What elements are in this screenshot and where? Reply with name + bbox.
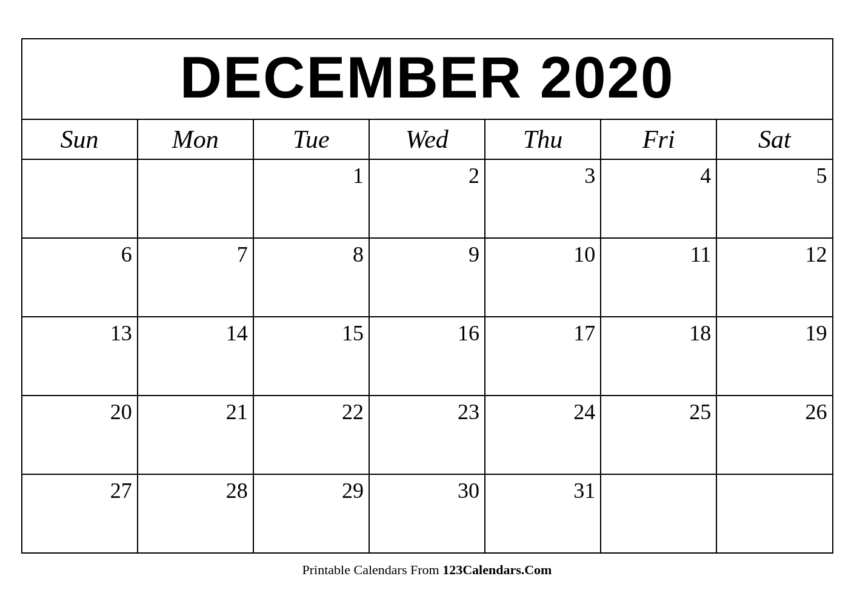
calendar-day-cell: 3 [485,159,601,238]
day-header-sun: Sun [22,119,138,159]
calendar-day-cell: 17 [485,317,601,396]
calendar-footer: Printable Calendars From 123Calendars.Co… [21,562,833,578]
calendar-day-cell: 20 [22,396,138,474]
calendar-day-cell: 5 [716,159,832,238]
days-header-row: SunMonTueWedThuFriSat [22,119,833,159]
calendar-day-cell: 6 [22,238,138,317]
calendar-title: DECEMBER 2020 [21,38,833,119]
calendar-day-cell: 23 [369,396,485,474]
day-header-mon: Mon [138,119,253,159]
calendar-week-4: 20212223242526 [22,396,833,474]
calendar-table: SunMonTueWedThuFriSat 123456789101112131… [21,119,833,554]
calendar-day-cell [716,474,832,553]
calendar-week-2: 6789101112 [22,238,833,317]
calendar-day-cell: 25 [601,396,716,474]
calendar-day-cell: 13 [22,317,138,396]
calendar-day-cell: 16 [369,317,485,396]
footer-brand: 123Calendars.Com [442,562,552,577]
calendar-day-cell: 22 [253,396,369,474]
day-header-sat: Sat [716,119,832,159]
calendar-day-cell: 11 [601,238,716,317]
calendar-day-cell [138,159,253,238]
day-header-thu: Thu [485,119,601,159]
calendar-day-cell: 14 [138,317,253,396]
calendar-week-3: 13141516171819 [22,317,833,396]
calendar-day-cell: 4 [601,159,716,238]
calendar-day-cell: 26 [716,396,832,474]
calendar-day-cell [601,474,716,553]
calendar-container: DECEMBER 2020 SunMonTueWedThuFriSat 1234… [15,32,839,584]
calendar-day-cell: 28 [138,474,253,553]
day-header-tue: Tue [253,119,369,159]
calendar-day-cell: 9 [369,238,485,317]
footer-text: Printable Calendars From [302,562,443,577]
day-header-wed: Wed [369,119,485,159]
calendar-day-cell: 10 [485,238,601,317]
calendar-day-cell: 30 [369,474,485,553]
calendar-day-cell: 12 [716,238,832,317]
calendar-day-cell: 21 [138,396,253,474]
calendar-day-cell [22,159,138,238]
calendar-day-cell: 29 [253,474,369,553]
calendar-day-cell: 1 [253,159,369,238]
calendar-day-cell: 24 [485,396,601,474]
calendar-day-cell: 7 [138,238,253,317]
calendar-day-cell: 18 [601,317,716,396]
calendar-week-5: 2728293031 [22,474,833,553]
calendar-day-cell: 31 [485,474,601,553]
calendar-day-cell: 2 [369,159,485,238]
calendar-day-cell: 19 [716,317,832,396]
day-header-fri: Fri [601,119,716,159]
calendar-day-cell: 15 [253,317,369,396]
calendar-day-cell: 8 [253,238,369,317]
calendar-week-1: 12345 [22,159,833,238]
calendar-day-cell: 27 [22,474,138,553]
